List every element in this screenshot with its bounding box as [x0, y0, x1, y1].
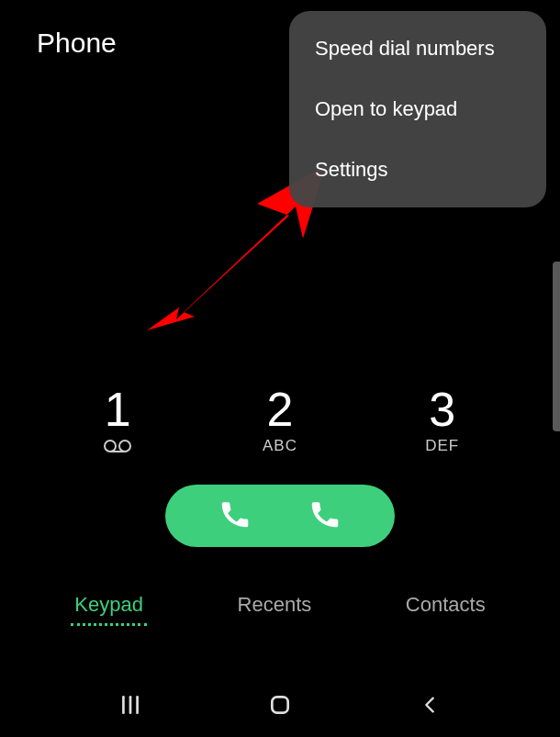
svg-point-1	[105, 441, 116, 452]
call-button[interactable]	[165, 485, 395, 547]
nav-recents-button[interactable]	[103, 687, 158, 723]
svg-point-2	[119, 441, 130, 452]
tab-recents[interactable]: Recents	[234, 587, 316, 622]
phone-icon	[280, 497, 370, 535]
menu-item-settings[interactable]: Settings	[289, 140, 546, 200]
overflow-menu: Speed dial numbers Open to keypad Settin…	[289, 11, 546, 207]
voicemail-icon	[103, 439, 132, 457]
system-nav-bar	[0, 687, 560, 723]
keypad-key-3[interactable]: 3 DEF	[387, 385, 498, 457]
key-sub: ABC	[263, 437, 297, 455]
key-sub: DEF	[425, 437, 459, 455]
keypad-key-1[interactable]: 1	[62, 385, 173, 457]
menu-item-speed-dial[interactable]: Speed dial numbers	[289, 18, 546, 79]
nav-back-button[interactable]	[402, 687, 457, 723]
svg-rect-7	[272, 697, 287, 712]
tab-keypad[interactable]: Keypad	[71, 587, 147, 622]
menu-item-open-keypad[interactable]: Open to keypad	[289, 79, 546, 140]
key-digit: 3	[429, 385, 455, 433]
key-digit: 2	[267, 385, 294, 433]
key-digit: 1	[105, 385, 131, 433]
bottom-tabs: Keypad Recents Contacts	[0, 587, 560, 622]
phone-icon	[190, 497, 280, 535]
keypad-row: 1 2 ABC 3 DEF	[0, 385, 560, 457]
nav-home-button[interactable]	[252, 687, 308, 723]
tab-contacts[interactable]: Contacts	[402, 587, 489, 622]
keypad-key-2[interactable]: 2 ABC	[225, 385, 335, 457]
